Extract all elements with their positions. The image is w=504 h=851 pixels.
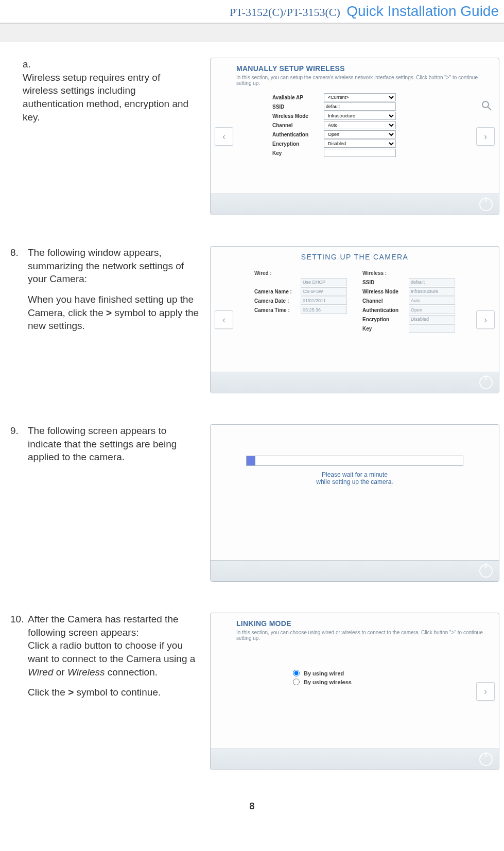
- power-icon[interactable]: [479, 753, 493, 766]
- sum-key-label: Key: [362, 326, 409, 332]
- availableap-select[interactable]: <Current>: [324, 93, 396, 101]
- step-9-marker: 9.: [10, 424, 28, 438]
- step-9-text: 9.The following screen appears to indica…: [10, 424, 210, 471]
- step-10-text: 10.After the Camera has restarted the fo…: [10, 613, 210, 706]
- sum-enc-value: Disabled: [409, 315, 455, 323]
- step-a-marker: a.: [23, 58, 40, 71]
- radio-wired-row[interactable]: By using wired: [293, 670, 416, 676]
- sum-auth-label: Authentication: [362, 307, 409, 313]
- step-10-p3a: Click the: [28, 687, 68, 698]
- scan-button[interactable]: [480, 99, 494, 113]
- step-a-text: a. Wireless setup requires entry of wire…: [10, 58, 210, 131]
- panel-footer: [211, 372, 499, 393]
- power-icon[interactable]: [479, 376, 493, 389]
- step-8-marker: 8.: [10, 246, 28, 259]
- svg-point-0: [482, 101, 489, 108]
- sum-mode-label: Wireless Mode: [362, 289, 409, 294]
- key-input[interactable]: [324, 149, 396, 157]
- sum-channel-label: Channel: [362, 298, 409, 304]
- wait-line2: while setting up the camera.: [211, 478, 499, 485]
- chevron-left-icon: ‹: [222, 315, 225, 325]
- channel-label: Channel: [272, 123, 324, 128]
- wired-time-value: 03:25:36: [301, 306, 347, 314]
- chevron-right-icon: ›: [484, 315, 487, 325]
- next-button[interactable]: ›: [476, 310, 495, 329]
- wait-line1: Please wait for a minute: [211, 471, 499, 478]
- wired-header: Wired :: [254, 270, 347, 276]
- header-title: Quick Installation Guide: [346, 3, 499, 19]
- auth-label: Authentication: [272, 132, 324, 137]
- auth-select[interactable]: Open: [324, 130, 396, 138]
- progress-fill: [247, 456, 255, 465]
- mode-label: Wireless Mode: [272, 113, 324, 119]
- prev-button[interactable]: ‹: [215, 310, 233, 329]
- radio-wireless[interactable]: [293, 679, 300, 685]
- availableap-label: Available AP: [272, 95, 324, 100]
- step-10-wired: Wired: [28, 667, 53, 678]
- step-10-wireless: Wireless: [67, 667, 105, 678]
- magnifier-icon: [480, 99, 493, 112]
- panel-footer: [211, 194, 499, 215]
- next-button[interactable]: ›: [476, 682, 495, 701]
- step-10-or: or: [53, 667, 67, 678]
- radio-wireless-row[interactable]: By using wireless: [293, 679, 416, 685]
- progress-bar: [246, 456, 463, 466]
- doc-header: PT-3152(C)/PT-3153(C) Quick Installation…: [0, 0, 504, 24]
- sum-channel-value: Auto: [409, 297, 455, 305]
- key-label: Key: [272, 150, 324, 156]
- panel-linking-title: LINKING MODE: [236, 619, 490, 628]
- step-10-p2a: Click a radio button to choose if you wa…: [28, 640, 195, 664]
- panel-wireless-title: MANUALLY SETUP WIRELESS: [236, 64, 490, 73]
- sum-key-value: [409, 324, 455, 333]
- sum-enc-label: Encryption: [362, 317, 409, 322]
- ssid-input[interactable]: [324, 102, 396, 111]
- sum-ssid-label: SSID: [362, 280, 409, 285]
- ssid-label: SSID: [272, 104, 324, 110]
- sum-mode-value: Infrastructure: [409, 287, 455, 296]
- step-9-body: The following screen appears to indicate…: [28, 424, 198, 464]
- panel-wireless-setup: MANUALLY SETUP WIRELESS In this section,…: [210, 58, 499, 215]
- page-number: 8: [10, 801, 494, 812]
- enc-select[interactable]: Disabled: [324, 140, 396, 148]
- wired-name-label: Camera Name :: [254, 289, 301, 294]
- power-icon[interactable]: [479, 564, 493, 578]
- header-model: PT-3152(C)/PT-3153(C): [230, 6, 340, 19]
- radio-wired[interactable]: [293, 670, 300, 676]
- panel-summary-title: SETTING UP THE CAMERA: [211, 247, 499, 266]
- power-icon[interactable]: [479, 198, 493, 211]
- radio-wireless-label: By using wireless: [304, 679, 352, 685]
- chevron-right-icon: ›: [484, 131, 487, 142]
- enc-label: Encryption: [272, 141, 324, 147]
- wired-name-value: CS-5F3W: [301, 287, 347, 296]
- step-10-sym: >: [68, 687, 74, 698]
- wired-ip-value: Use DHCP: [301, 278, 347, 286]
- panel-wireless-sub: In this section, you can setup the camer…: [236, 75, 490, 86]
- sum-auth-value: Open: [409, 306, 455, 314]
- panel-footer: [211, 560, 499, 581]
- step-10-p3b: symbol to continue.: [74, 687, 161, 698]
- wired-time-label: Camera Time :: [254, 307, 301, 313]
- panel-footer: [211, 749, 499, 770]
- channel-select[interactable]: Auto: [324, 121, 396, 129]
- step-10-p2b: connection.: [105, 667, 158, 678]
- header-band: [0, 24, 504, 42]
- step-a-body: Wireless setup requires entry of wireles…: [23, 71, 193, 124]
- panel-summary: SETTING UP THE CAMERA ‹ › Wired : Use DH…: [210, 246, 499, 393]
- panel-linking: LINKING MODE In this section, you can ch…: [210, 613, 499, 770]
- prev-button[interactable]: ‹: [215, 127, 233, 146]
- panel-progress: Please wait for a minute while setting u…: [210, 424, 499, 582]
- step-8-sym: >: [106, 307, 112, 318]
- mode-select[interactable]: Infrastructure: [324, 112, 396, 120]
- svg-line-1: [488, 107, 491, 110]
- wired-date-label: Camera Date :: [254, 298, 301, 304]
- radio-wired-label: By using wired: [304, 670, 344, 676]
- panel-linking-sub: In this section, you can choose using wi…: [236, 630, 490, 641]
- wired-date-value: 01/01/2011: [301, 297, 347, 305]
- step-10-marker: 10.: [10, 613, 28, 626]
- chevron-right-icon: ›: [484, 686, 487, 697]
- step-8-text: 8.The following window appears, summariz…: [10, 246, 210, 340]
- sum-ssid-value: default: [409, 278, 455, 286]
- chevron-left-icon: ‹: [222, 131, 225, 142]
- next-button[interactable]: ›: [476, 127, 495, 146]
- step-10-p1: After the Camera has restarted the follo…: [28, 614, 179, 638]
